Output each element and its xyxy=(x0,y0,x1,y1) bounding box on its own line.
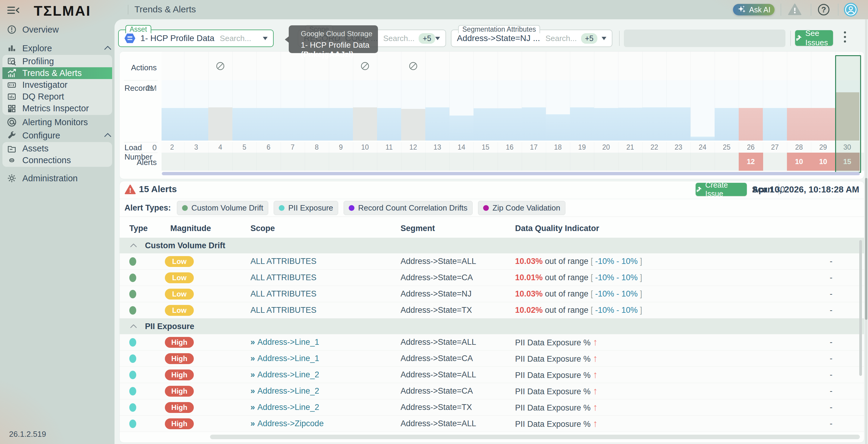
chart-column-load-17[interactable]: 17 xyxy=(522,52,546,171)
alert-table-row[interactable]: LowALL ATTRIBUTESAddress->State=CA10.01%… xyxy=(120,270,864,286)
chart-column-load-4[interactable]: 4 xyxy=(208,52,232,171)
chart-column-load-10[interactable]: 10 xyxy=(353,52,377,171)
table-horizontal-scrollbar[interactable] xyxy=(210,435,860,439)
chart-column-load-29[interactable]: 2910 xyxy=(811,52,835,171)
chart-column-load-14[interactable]: 14 xyxy=(450,52,473,171)
scope-link[interactable]: »Address->Line_2 xyxy=(250,367,319,383)
help-icon[interactable]: ? xyxy=(818,4,830,16)
sidebar-item-investigator[interactable]: Investigator xyxy=(2,79,112,91)
sidebar-item-configure[interactable]: Configure xyxy=(0,129,115,142)
telmai-logo: TΣLMAI xyxy=(34,2,91,19)
records-cell xyxy=(401,80,426,141)
alert-count-cell xyxy=(184,153,209,171)
sidebar-collapse-icon[interactable] xyxy=(7,5,20,17)
asset-search-input[interactable]: Search... xyxy=(220,34,251,43)
system-warning-icon[interactable] xyxy=(788,3,802,17)
ask-ai-button[interactable]: Ask AI xyxy=(733,4,775,16)
data-quality-indicator: 10.03% out of range [ -10% - 10% ] xyxy=(515,254,642,269)
see-issues-button[interactable]: See Issues xyxy=(795,30,833,46)
selected-scan-highlight[interactable] xyxy=(835,55,861,173)
chart-column-load-12[interactable]: 12 xyxy=(401,52,425,171)
scope-link[interactable]: »Address->Line_1 xyxy=(250,334,319,350)
page-scrollbar-thumb[interactable] xyxy=(865,178,867,320)
sidebar-item-administration[interactable]: Administration xyxy=(0,172,115,184)
double-chevron-icon: » xyxy=(250,354,254,363)
scope-link[interactable]: »Address->Line_2 xyxy=(250,383,319,399)
alert-type-chip-pii-exposure[interactable]: PII Exposure xyxy=(274,201,338,215)
alert-type-chip-record-count-correlation-drifts[interactable]: Record Count Correlation Drifts xyxy=(344,201,472,215)
alert-type-chip-zip-code-validation[interactable]: Zip Code Validation xyxy=(478,201,565,215)
chart-column-load-16[interactable]: 16 xyxy=(498,52,522,171)
alert-table-row[interactable]: High»Address->Line_1Address->State=ALLPI… xyxy=(120,334,864,351)
magnitude-badge: High xyxy=(165,418,194,429)
chart-column-load-27[interactable]: 27 xyxy=(763,52,787,171)
chart-column-load-28[interactable]: 2810 xyxy=(787,52,811,171)
sidebar-item-alerting-monitors[interactable]: Alerting Monitors xyxy=(0,116,115,128)
action-cell xyxy=(594,52,618,80)
table-vertical-scrollbar[interactable] xyxy=(859,240,862,376)
chart-column-load-15[interactable]: 15 xyxy=(473,52,498,171)
chart-column-load-25[interactable]: 25 xyxy=(715,52,739,171)
sidebar-item-assets[interactable]: Assets xyxy=(2,143,112,154)
chart-column-load-2[interactable]: 2 xyxy=(160,52,184,171)
chart-column-load-26[interactable]: 2612 xyxy=(739,52,763,171)
scope-link[interactable]: »Address->Zipcode xyxy=(250,416,324,432)
create-issue-button[interactable]: Create Issue xyxy=(695,183,747,196)
alert-type-chip-custom-volume-drift[interactable]: Custom Volume Drift xyxy=(177,201,268,215)
page-scrollbar-track[interactable] xyxy=(865,19,867,444)
chart-column-load-7[interactable]: 7 xyxy=(281,52,305,171)
chart-column-load-20[interactable]: 20 xyxy=(594,52,618,171)
chart-column-load-3[interactable]: 3 xyxy=(184,52,208,171)
alert-table-row[interactable]: High»Address->Line_2Address->State=ALLPI… xyxy=(120,367,864,383)
chart-column-load-21[interactable]: 21 xyxy=(618,52,642,171)
sidebar-item-overview[interactable]: Overview xyxy=(0,24,115,36)
chart-column-load-13[interactable]: 13 xyxy=(425,52,450,171)
alert-table-row[interactable]: High»Address->Line_2Address->State=TXPII… xyxy=(120,399,864,416)
chart-column-load-23[interactable]: 23 xyxy=(666,52,690,171)
chart-column-load-5[interactable]: 5 xyxy=(232,52,256,171)
more-options-kebab-icon[interactable] xyxy=(844,31,846,42)
chart-column-load-11[interactable]: 11 xyxy=(377,52,401,171)
chevron-down-icon[interactable] xyxy=(263,37,268,40)
alert-table-row[interactable]: High»Address->ZipcodeAddress->State=ALLP… xyxy=(120,416,864,432)
segmentation-search-input[interactable]: Search... xyxy=(546,34,577,43)
user-avatar[interactable] xyxy=(844,3,858,17)
sidebar-item-trends-alerts[interactable]: Trends & Alerts xyxy=(2,67,112,79)
alert-table-row[interactable]: High»Address->Line_2Address->State=CAPII… xyxy=(120,383,864,399)
sidebar-item-explore[interactable]: Explore xyxy=(0,42,115,54)
scope-more-badge[interactable]: +5 xyxy=(418,33,435,44)
sidebar-group: AssetsConnections xyxy=(2,142,112,167)
sidebar-item-dq-report[interactable]: DQ Report xyxy=(2,91,112,102)
group-header-custom-volume-drift[interactable]: Custom Volume Drift xyxy=(120,238,864,254)
group-header-pii-exposure[interactable]: PII Exposure xyxy=(120,319,864,334)
scope-link[interactable]: »Address->Line_1 xyxy=(250,351,319,366)
record-count-correlation-drifts-dot xyxy=(349,205,354,211)
alert-table-row[interactable]: LowALL ATTRIBUTESAddress->State=TX10.02%… xyxy=(120,302,864,319)
chart-column-load-9[interactable]: 9 xyxy=(329,52,353,171)
segmentation-more-badge[interactable]: +5 xyxy=(581,33,598,44)
chevron-down-icon[interactable] xyxy=(435,37,440,40)
records-cell xyxy=(618,80,643,141)
sidebar-item-connections[interactable]: Connections xyxy=(2,154,112,166)
chart-horizontal-scrollbar[interactable] xyxy=(162,172,860,175)
alert-count-cell xyxy=(256,153,281,171)
alert-count-cell xyxy=(473,153,498,171)
chart-column-load-18[interactable]: 18 xyxy=(546,52,570,171)
scope-search-input[interactable]: Search... xyxy=(383,34,414,43)
chart-column-load-22[interactable]: 22 xyxy=(642,52,666,171)
chevron-down-icon[interactable] xyxy=(601,37,607,40)
alert-table-row[interactable]: LowALL ATTRIBUTESAddress->State=ALL10.03… xyxy=(120,254,864,270)
chart-column-load-19[interactable]: 19 xyxy=(570,52,594,171)
asset-dropdown[interactable]: Asset 1- HCP Profile Data Search... xyxy=(118,30,274,47)
chart-column-load-8[interactable]: 8 xyxy=(305,52,329,171)
sidebar-item-metrics-inspector[interactable]: Metrics Inspector xyxy=(2,102,112,114)
alert-table-row[interactable]: High»Address->Line_1Address->State=CAPII… xyxy=(120,351,864,367)
alert-table-row[interactable]: LowALL ATTRIBUTESAddress->State=NJ10.03%… xyxy=(120,286,864,302)
chart-column-load-6[interactable]: 6 xyxy=(256,52,281,171)
sidebar-item-profiling[interactable]: Profiling xyxy=(2,56,112,67)
magnitude-badge: High xyxy=(165,386,194,397)
segmentation-dropdown[interactable]: Segmentation Attributes Address->State=N… xyxy=(451,30,613,47)
chart-column-load-24[interactable]: 24 xyxy=(690,52,715,171)
load-number-label: 8 xyxy=(305,142,329,153)
scope-link[interactable]: »Address->Line_2 xyxy=(250,399,319,415)
